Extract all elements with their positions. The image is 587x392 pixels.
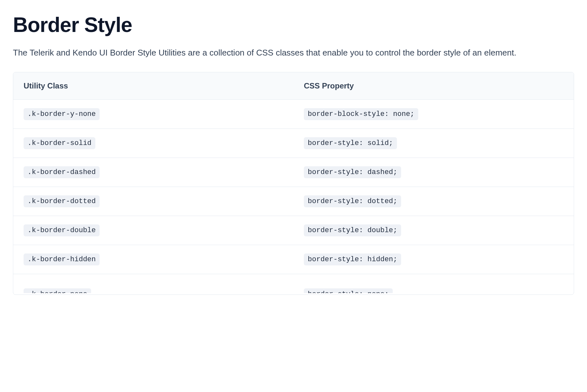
table-row: .k-border-y-none border-block-style: non… [13, 100, 574, 129]
table-row: .k-border-hidden border-style: hidden; [13, 245, 574, 274]
table-row: .k-border-dotted border-style: dotted; [13, 187, 574, 216]
utility-class-code: .k-border-y-none [24, 108, 100, 120]
css-property-code: border-style: dotted; [304, 195, 401, 207]
utility-class-code: .k-border-double [24, 224, 100, 236]
page-intro: The Telerik and Kendo UI Border Style Ut… [13, 46, 562, 59]
css-property-code: border-style: hidden; [304, 253, 401, 265]
utility-class-code: .k-border-hidden [24, 253, 100, 265]
utility-class-code: .k-border-dotted [24, 195, 100, 207]
css-property-code: border-style: double; [304, 224, 401, 236]
css-property-code: border-style: dashed; [304, 166, 401, 178]
utilities-table: Utility Class CSS Property .k-border-y-n… [13, 72, 574, 294]
col-header-utility-class: Utility Class [13, 72, 294, 100]
table-row: .k-border-none border-style: none; [13, 274, 574, 295]
utility-class-code: .k-border-none [24, 288, 91, 295]
col-header-css-property: CSS Property [294, 72, 574, 100]
utility-class-code: .k-border-solid [24, 137, 95, 149]
css-property-code: border-block-style: none; [304, 108, 418, 120]
page-title: Border Style [13, 13, 574, 37]
table-row: .k-border-double border-style: double; [13, 216, 574, 245]
table-row: .k-border-dashed border-style: dashed; [13, 158, 574, 187]
utilities-table-container: Utility Class CSS Property .k-border-y-n… [13, 72, 574, 295]
css-property-code: border-style: none; [304, 288, 393, 295]
css-property-code: border-style: solid; [304, 137, 397, 149]
table-row: .k-border-solid border-style: solid; [13, 129, 574, 158]
utility-class-code: .k-border-dashed [24, 166, 100, 178]
